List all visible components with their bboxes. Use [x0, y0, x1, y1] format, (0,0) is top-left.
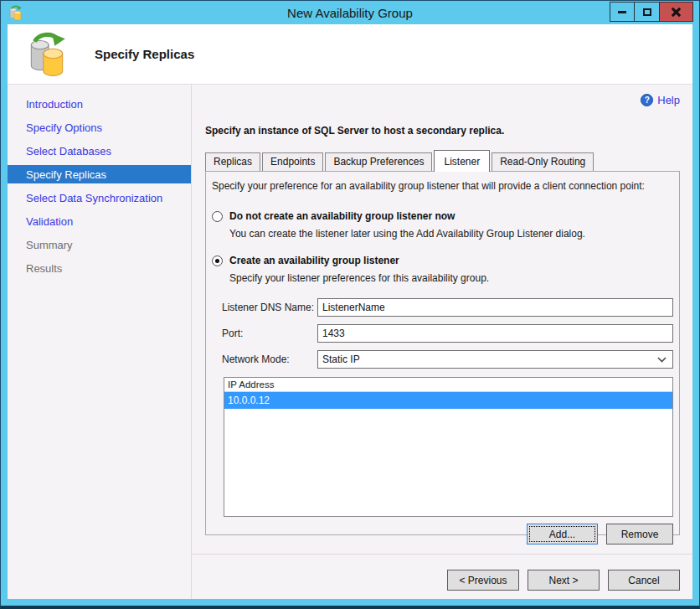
tab-backup-preferences[interactable]: Backup Preferences: [325, 152, 432, 171]
port-label: Port:: [222, 328, 317, 339]
radio-icon[interactable]: [212, 255, 223, 266]
replicas-database-icon: [26, 31, 68, 78]
instruction-heading: Specify an instance of SQL Server to hos…: [205, 125, 680, 137]
field-row-port: Port:: [222, 324, 673, 343]
listener-intro-text: Specify your preference for an availabil…: [212, 180, 675, 192]
port-input[interactable]: [317, 324, 673, 343]
dialog-content: Specify Replicas Introduction Specify Op…: [8, 24, 692, 599]
maximize-icon: [643, 8, 651, 16]
help-link[interactable]: ? Help: [641, 94, 680, 106]
radio-description: You can create the listener later using …: [229, 228, 675, 240]
dialog-body: Introduction Specify Options Select Data…: [8, 85, 692, 599]
sidebar-item-specify-replicas[interactable]: Specify Replicas: [8, 165, 191, 183]
radio-option-do-not-create[interactable]: Do not create an availability group list…: [212, 210, 675, 222]
sidebar-item-label: Summary: [26, 239, 73, 251]
sidebar-item-label: Introduction: [26, 98, 83, 111]
radio-option-create-listener[interactable]: Create an availability group listener: [212, 255, 675, 266]
sidebar-item-label: Select Data Synchronization: [26, 192, 162, 204]
sidebar-item-specify-options[interactable]: Specify Options: [8, 116, 191, 139]
network-mode-label: Network Mode:: [222, 354, 317, 365]
sidebar-item-label: Select Databases: [26, 145, 111, 157]
tab-strip: Replicas Endpoints Backup Preferences Li…: [205, 150, 680, 171]
main-panel: ? Help Specify an instance of SQL Server…: [192, 85, 692, 599]
sidebar-item-introduction[interactable]: Introduction: [8, 92, 191, 116]
titlebar[interactable]: New Availability Group: [1, 1, 699, 24]
remove-button[interactable]: Remove: [606, 524, 673, 544]
sidebar-item-label: Specify Options: [26, 121, 102, 134]
window-title: New Availability Group: [1, 6, 699, 20]
ip-address-list[interactable]: IP Address 10.0.0.12: [224, 377, 673, 517]
previous-button[interactable]: < Previous: [447, 570, 519, 591]
listener-dns-name-label: Listener DNS Name:: [222, 302, 317, 313]
list-item-ip-address[interactable]: 10.0.0.12: [224, 392, 672, 409]
sidebar-item-select-databases[interactable]: Select Databases: [8, 139, 191, 163]
network-mode-select[interactable]: Static IP: [317, 350, 673, 369]
close-icon: [671, 7, 682, 18]
close-button[interactable]: [660, 2, 693, 22]
radio-icon[interactable]: [212, 211, 223, 222]
tab-endpoints[interactable]: Endpoints: [262, 152, 323, 171]
next-button[interactable]: Next >: [528, 570, 600, 591]
add-button[interactable]: Add...: [527, 524, 598, 544]
dialog-window: New Availability Group Specif: [0, 0, 700, 609]
tab-replicas[interactable]: Replicas: [205, 152, 260, 171]
listener-dns-name-input[interactable]: [317, 298, 673, 317]
wizard-steps-sidebar: Introduction Specify Options Select Data…: [8, 85, 192, 599]
help-row: ? Help: [205, 85, 680, 106]
radio-label: Create an availability group listener: [229, 255, 399, 266]
sidebar-item-select-data-synchronization[interactable]: Select Data Synchronization: [8, 186, 191, 209]
wizard-header: Specify Replicas: [8, 24, 692, 85]
radio-label: Do not create an availability group list…: [229, 210, 455, 222]
cancel-button[interactable]: Cancel: [608, 570, 680, 591]
radio-description: Specify your listener preferences for th…: [229, 272, 675, 284]
minimize-icon: [618, 11, 626, 13]
help-label: Help: [657, 94, 680, 106]
list-column-header-ip-address[interactable]: IP Address: [224, 378, 672, 392]
chevron-down-icon: [657, 357, 667, 363]
sidebar-item-summary: Summary: [8, 233, 191, 256]
sidebar-item-validation[interactable]: Validation: [8, 209, 191, 233]
field-row-network-mode: Network Mode: Static IP: [222, 350, 673, 369]
sidebar-item-results: Results: [8, 256, 191, 280]
list-button-row: Add... Remove: [210, 524, 673, 544]
help-icon: ?: [641, 94, 653, 106]
window-controls: [610, 2, 699, 20]
tab-listener[interactable]: Listener: [434, 150, 490, 172]
field-row-listener-dns-name: Listener DNS Name:: [222, 298, 673, 317]
sidebar-item-label: Specify Replicas: [26, 168, 106, 181]
minimize-button[interactable]: [610, 2, 635, 22]
footer-button-row: < Previous Next > Cancel: [205, 555, 680, 591]
listener-tab-panel: Specify your preference for an availabil…: [205, 171, 680, 535]
network-mode-value: Static IP: [322, 354, 360, 365]
tab-read-only-routing[interactable]: Read-Only Routing: [492, 152, 594, 171]
page-title: Specify Replicas: [95, 47, 194, 61]
sidebar-item-label: Validation: [26, 215, 73, 228]
sidebar-item-label: Results: [26, 262, 62, 275]
maximize-button[interactable]: [635, 2, 660, 22]
